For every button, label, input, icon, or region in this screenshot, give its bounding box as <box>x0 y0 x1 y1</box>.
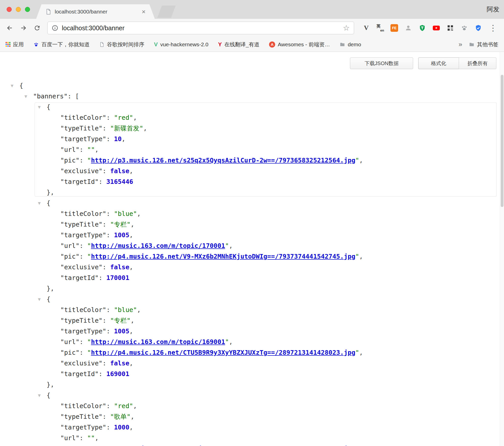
qr-code-extension-icon[interactable] <box>446 24 454 32</box>
fe-extension-icon[interactable]: FE <box>390 24 398 32</box>
json-url-link[interactable]: http://music.163.com/m/topic/169001 <box>91 338 225 346</box>
bookmark-apps[interactable]: 应用 <box>6 41 24 48</box>
bookmark-star-icon[interactable]: ☆ <box>343 24 350 32</box>
bookmark-vue-hackernews[interactable]: V vue-hackernews-2.0 <box>154 41 208 48</box>
page-icon <box>99 42 104 47</box>
back-button[interactable] <box>4 22 16 34</box>
json-line: "typeTitle": "歌单", <box>19 411 497 422</box>
shield-check-extension-icon[interactable] <box>474 24 482 32</box>
address-text[interactable]: localhost:3000/banner <box>62 24 339 32</box>
json-line: "targetId": 3165446 <box>19 176 497 187</box>
json-line: "pic": "http://p4.music.126.net/tGPljf-I… <box>19 443 497 446</box>
bookmark-label: 应用 <box>13 41 24 48</box>
json-line: "pic": "http://p4.music.126.net/CTU5B9R9… <box>19 347 497 358</box>
page-info-icon[interactable] <box>52 25 58 31</box>
bookmarks-right-group: » 其他书签 <box>459 40 498 48</box>
page-content: 下载JSON数据 格式化 折叠所有 ▼{▼"banners": [▼{"titl… <box>0 52 504 446</box>
json-line: "targetType": 10, <box>19 134 497 144</box>
window-controls <box>7 7 30 12</box>
json-url-link[interactable]: http://p4.music.126.net/V9-MXz6b2MNhEKju… <box>91 253 355 260</box>
json-line: "pic": "http://p3.music.126.net/s25q2x5Q… <box>19 155 497 166</box>
browser-menu-icon[interactable]: ⋮ <box>489 24 497 32</box>
json-line: "targetType": 1000, <box>19 422 497 433</box>
reload-button[interactable] <box>31 22 43 34</box>
vimium-extension-icon[interactable]: V <box>362 24 370 32</box>
json-line: ▼{ <box>19 390 497 401</box>
tab-strip: localhost:3000/banner × 阿发 <box>0 0 504 19</box>
bookmark-youdao[interactable]: Y 在线翻译_有道 <box>218 41 259 48</box>
address-bar[interactable]: localhost:3000/banner ☆ <box>47 22 354 34</box>
forward-button[interactable] <box>17 22 30 34</box>
vue-icon: V <box>154 41 158 48</box>
json-banner-object: ▼{"titleColor": "blue","typeTitle": "专栏"… <box>19 198 497 294</box>
json-url-link[interactable]: http://p4.music.126.net/CTU5B9R9y3XyYBZX… <box>91 349 355 356</box>
bookmark-label: 在线翻译_有道 <box>224 41 259 48</box>
tab-close-icon[interactable]: × <box>142 8 146 15</box>
scrollbar[interactable] <box>500 52 504 446</box>
bookmarks-overflow-chevron[interactable]: » <box>459 40 462 48</box>
browser-toolbar: localhost:3000/banner ☆ V 英en FE <box>0 19 504 37</box>
collapse-all-button[interactable]: 折叠所有 <box>459 57 496 69</box>
zoom-window-button[interactable] <box>25 7 30 12</box>
format-button[interactable]: 格式化 <box>418 57 459 69</box>
browser-window: localhost:3000/banner × 阿发 localhost:300… <box>0 0 504 446</box>
download-json-button[interactable]: 下载JSON数据 <box>350 57 413 69</box>
json-line: "typeTitle": "专栏", <box>19 219 497 230</box>
json-line: "targetType": 1005, <box>19 230 497 241</box>
json-line: "url": "", <box>19 433 497 443</box>
folder-icon <box>469 42 474 47</box>
json-line: "targetId": 170001 <box>19 273 497 283</box>
shield-t-extension-icon[interactable] <box>418 24 426 32</box>
json-url-link[interactable]: http://p4.music.126.net/tGPljf-IMOCyPvum… <box>91 445 355 446</box>
folder-icon <box>340 42 345 47</box>
other-bookmarks-label: 其他书签 <box>477 41 498 48</box>
json-line: "exclusive": false, <box>19 262 497 273</box>
tab-title: localhost:3000/banner <box>55 9 138 15</box>
collapse-toggle-icon[interactable]: ▼ <box>38 294 47 305</box>
bookmarks-bar: 应用 百度一下，你就知道 谷歌按时间排序 V vue-hackernews-2.… <box>0 37 504 52</box>
bookmark-label: vue-hackernews-2.0 <box>160 41 208 48</box>
bookmark-google-sort[interactable]: 谷歌按时间排序 <box>99 41 144 48</box>
scrollbar-thumb[interactable] <box>501 75 503 207</box>
json-line: "typeTitle": "专栏", <box>19 315 497 326</box>
json-line: "exclusive": false, <box>19 166 497 176</box>
bookmark-baidu[interactable]: 百度一下，你就知道 <box>33 41 90 48</box>
youdao-icon: Y <box>218 41 222 48</box>
bookmark-awesomes[interactable]: A Awesomes - 前端资… <box>269 41 330 48</box>
json-line: "titleColor": "blue", <box>19 209 497 219</box>
extensions-area: V 英en FE <box>362 24 482 32</box>
json-line: "url": "http://music.163.com/m/topic/170… <box>19 241 497 251</box>
browser-tab[interactable]: localhost:3000/banner × <box>36 4 155 19</box>
json-line: "targetId": 169001 <box>19 369 497 379</box>
collapse-toggle-icon[interactable]: ▼ <box>38 198 47 209</box>
json-banner-object: ▼{"titleColor": "red","typeTitle": "新碟首发… <box>19 102 497 198</box>
json-tree: ▼{▼"banners": [▼{"titleColor": "red","ty… <box>19 80 497 446</box>
json-line: "pic": "http://p4.music.126.net/V9-MXz6b… <box>19 251 497 262</box>
collapse-toggle-icon[interactable]: ▼ <box>24 91 33 102</box>
other-bookmarks-folder[interactable]: 其他书签 <box>469 41 498 48</box>
json-line: "typeTitle": "新碟首发", <box>19 123 497 134</box>
org-person-extension-icon[interactable] <box>404 24 412 32</box>
close-window-button[interactable] <box>7 7 12 12</box>
baidu-paw-icon <box>33 42 39 47</box>
bookmark-demo-folder[interactable]: demo <box>340 41 361 48</box>
page-favicon-icon <box>45 9 51 15</box>
json-line: }, <box>19 283 497 294</box>
json-url-link[interactable]: http://p3.music.126.net/s25q2x5QyqsAzilC… <box>91 157 355 164</box>
bookmark-label: demo <box>348 41 361 48</box>
json-url-link[interactable]: http://music.163.com/m/topic/170001 <box>91 242 225 249</box>
json-line: ▼{ <box>19 294 497 305</box>
apps-grid-icon <box>6 42 10 47</box>
new-tab-button[interactable] <box>157 6 176 18</box>
translate-extension-icon[interactable]: 英en <box>376 24 384 32</box>
collapse-toggle-icon[interactable]: ▼ <box>38 390 47 401</box>
bookmark-label: Awesomes - 前端资… <box>278 41 330 48</box>
profile-name[interactable]: 阿发 <box>487 5 499 13</box>
paw-extension-icon[interactable] <box>460 24 468 32</box>
minimize-window-button[interactable] <box>16 7 21 12</box>
json-line: }, <box>19 379 497 390</box>
collapse-toggle-icon[interactable]: ▼ <box>11 80 19 91</box>
json-line: "url": "http://music.163.com/m/topic/169… <box>19 337 497 347</box>
youtube-extension-icon[interactable] <box>432 24 440 32</box>
collapse-toggle-icon[interactable]: ▼ <box>38 102 47 112</box>
